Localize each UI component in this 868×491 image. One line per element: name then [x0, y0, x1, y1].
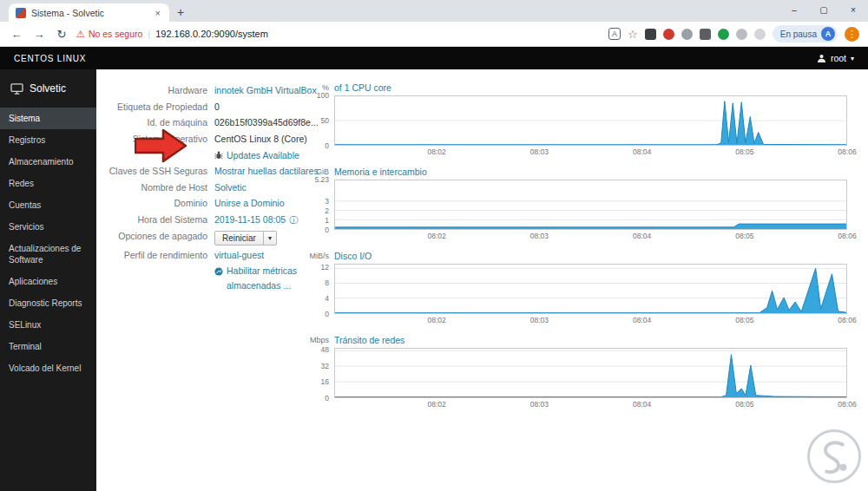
link-updates[interactable]: Updates Available [227, 150, 299, 162]
omnibox-separator: | [148, 29, 150, 39]
chart-title-disk[interactable]: Disco I/O [334, 251, 372, 261]
link-domain[interactable]: Unirse a Dominio [214, 198, 285, 210]
metrics-icon [214, 267, 223, 276]
x-tick: 08:04 [633, 400, 651, 409]
browser-tab[interactable]: Sistema - Solvetic × [9, 3, 169, 22]
link-hardware[interactable]: innotek GmbH VirtualBox [214, 85, 317, 97]
extension-pin-icon[interactable] [754, 29, 766, 40]
extension-green-icon[interactable] [718, 29, 729, 40]
chart-disk: MiB/sDisco I/O1284008:0208:0308:0408:050… [303, 250, 847, 325]
sidebar-item-accounts[interactable]: Cuentas [0, 194, 96, 216]
sidebar-item-software-updates[interactable]: Actualizaciones de Software [0, 238, 96, 271]
annotation-arrow [135, 128, 188, 163]
extension-dark-icon[interactable] [700, 29, 711, 40]
y-tick: 1 [325, 216, 329, 225]
chart-title-memory[interactable]: Memoria e intercambio [334, 167, 427, 177]
info-value-updates: Updates Available [214, 150, 299, 162]
sidebar-item-terminal[interactable]: Terminal [0, 336, 96, 357]
extension-card-icon[interactable] [645, 29, 656, 40]
x-tick: 08:02 [428, 400, 446, 409]
minimize-icon[interactable]: – [779, 0, 809, 22]
chart-title-network[interactable]: Tránsito de redes [334, 335, 404, 345]
info-label-hardware: Hardware [105, 85, 207, 97]
link-system-time[interactable]: 2019-11-15 08:05 [214, 214, 286, 226]
info-value-domain: Unirse a Dominio [214, 198, 285, 210]
disk-y-axis: 12840 [303, 264, 329, 314]
url-text[interactable]: 192.168.0.20:9090/system [155, 29, 268, 39]
omnibox[interactable]: ⚠ No es seguro | 192.168.0.20:9090/syste… [76, 29, 268, 39]
info-row-hostname: Nombre de HostSolvetic [105, 182, 303, 194]
chart-plot-network [334, 348, 847, 398]
restart-button[interactable]: Reiniciar [214, 231, 264, 245]
forward-icon[interactable]: → [31, 28, 47, 41]
browser-menu-icon[interactable]: ⋮ [845, 27, 859, 42]
sidebar-item-diagnostic-reports[interactable]: Diagnostic Reports [0, 292, 96, 314]
x-tick: 08:06 [838, 316, 856, 324]
cpu-x-axis: 08:0208:0308:0408:0508:06 [334, 146, 847, 157]
extension-pen-icon[interactable] [736, 29, 747, 40]
link-metrics[interactable]: Habilitar métricas [227, 265, 297, 278]
reload-icon[interactable]: ↻ [54, 28, 69, 41]
browser-profile-chip[interactable]: En pausa A [773, 25, 838, 43]
sidebar-item-system[interactable]: Sistema [0, 108, 96, 129]
info-row-system-time: Hora del Sistema2019-11-15 08:05ⓘ [105, 214, 303, 226]
chart-title-cpu[interactable]: of 1 CPU core [334, 82, 391, 93]
time-info-icon[interactable]: ⓘ [289, 214, 298, 226]
sidebar-item-services[interactable]: Servicios [0, 216, 96, 238]
user-menu[interactable]: root ▾ [817, 53, 868, 63]
close-window-icon[interactable]: × [838, 0, 868, 22]
solvetic-watermark [807, 429, 861, 483]
window-controls: – ▢ × [779, 0, 868, 22]
arrow-shape [135, 130, 186, 161]
back-icon[interactable]: ← [9, 28, 24, 41]
sidebar-item-storage[interactable]: Almacenamiento [0, 151, 96, 173]
extension-cloud-icon[interactable] [681, 29, 693, 40]
memory-x-axis: 08:0208:0308:0408:0508:06 [334, 230, 847, 241]
y-tick: 0 [325, 141, 329, 150]
host-header: Solvetic [0, 69, 96, 108]
user-icon [817, 54, 826, 63]
info-label-power-options: Opciones de apagado [105, 231, 207, 243]
security-warning[interactable]: ⚠ No es seguro [76, 29, 142, 39]
extension-adblock-icon[interactable] [663, 29, 674, 40]
chevron-down-icon: ▾ [851, 55, 854, 62]
x-tick: 08:03 [530, 147, 549, 156]
info-label-domain: Dominio [105, 198, 207, 210]
info-value-system-time: 2019-11-15 08:05ⓘ [214, 214, 298, 226]
y-tick: 100 [317, 91, 329, 100]
cpu-y-axis: 100500 [303, 95, 329, 146]
restart-dropdown-button[interactable]: ▾ [264, 231, 277, 245]
y-tick: 4 [325, 294, 329, 303]
link-metrics-2[interactable]: almacenadas ... [227, 280, 291, 291]
bookmark-star-icon[interactable]: ☆ [628, 29, 638, 40]
value-operating-system: CentOS Linux 8 (Core) [214, 134, 307, 146]
x-tick: 08:03 [530, 316, 549, 324]
sidebar-item-kernel-dump[interactable]: Volcado del Kernel [0, 357, 96, 379]
chart-plot-cpu [334, 95, 847, 146]
sidebar-item-applications[interactable]: Aplicaciones [0, 271, 96, 292]
x-tick: 08:02 [428, 232, 446, 240]
sidebar-item-selinux[interactable]: SELinux [0, 314, 96, 336]
info-row-machine-id: Id. de máquina026b15f0399a45d69f8e... [105, 117, 303, 129]
translate-icon[interactable]: A [608, 28, 621, 40]
y-tick: 12 [321, 263, 329, 272]
x-tick: 08:06 [838, 232, 856, 240]
x-tick: 08:03 [530, 400, 549, 409]
info-row-ssh-keys: Claves de SSH SegurasMostrar huellas dac… [105, 166, 303, 178]
x-tick: 08:04 [633, 316, 651, 324]
info-label-system-time: Hora del Sistema [105, 214, 207, 226]
maximize-icon[interactable]: ▢ [809, 0, 838, 22]
sidebar-item-logs[interactable]: Registros [0, 129, 96, 151]
power-options-group: Reiniciar▾ [214, 231, 277, 245]
link-hostname[interactable]: Solvetic [214, 182, 247, 194]
new-tab-button[interactable]: + [169, 3, 192, 22]
tab-close-icon[interactable]: × [154, 8, 162, 18]
y-tick: 32 [321, 362, 329, 370]
sidebar-item-networking[interactable]: Redes [0, 173, 96, 194]
link-performance-profile[interactable]: virtual-guest [214, 250, 264, 262]
browser-address-bar: ← → ↻ ⚠ No es seguro | 192.168.0.20:9090… [0, 22, 868, 47]
y-tick: 8 [325, 278, 329, 287]
x-tick: 08:05 [735, 232, 753, 240]
info-row-metrics: Habilitar métricasalmacenadas ... [105, 265, 303, 291]
x-tick: 08:05 [735, 400, 753, 409]
